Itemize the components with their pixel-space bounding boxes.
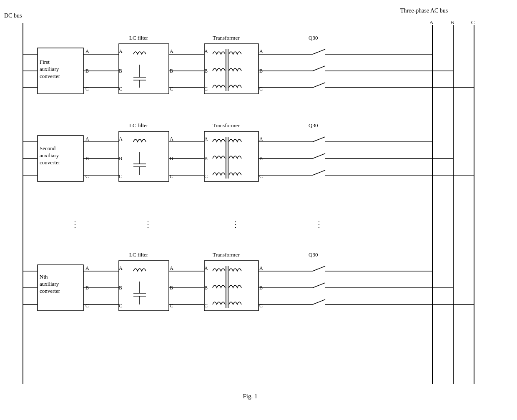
cN-out-a: A (85, 265, 89, 271)
trN-in-c: C (204, 303, 208, 309)
lc-filterN-label: LC filter (129, 251, 148, 258)
ac-phase-c-top: C (471, 19, 475, 25)
lcN-in-b: B (119, 285, 122, 291)
svg-line-53 (313, 137, 325, 142)
lc1-out-a-label: A (170, 48, 173, 54)
lc-filter2-label: LC filter (129, 122, 148, 128)
tr2-in-c: C (204, 174, 208, 179)
svg-line-86 (313, 283, 325, 288)
converterN-label-line3: converter (40, 288, 60, 294)
lcN-out-c: C (170, 303, 173, 309)
lc2-in-b: B (119, 156, 122, 161)
svg-line-59 (313, 170, 325, 175)
cN-out-c: C (85, 303, 89, 309)
svg-line-83 (313, 266, 325, 271)
figure-label: Fig. 1 (243, 393, 257, 400)
lc2-out-a: A (170, 136, 173, 142)
tr1-in-a-label: A (204, 48, 208, 54)
svg-line-26 (313, 66, 325, 71)
tr1-in-c-label: C (204, 86, 208, 92)
dc-bus-label: DC bus (4, 13, 22, 19)
svg-line-29 (313, 83, 325, 88)
q30-N-label: Q30 (309, 251, 318, 258)
svg-line-89 (313, 299, 325, 304)
tr1-out-a-label: A (259, 48, 263, 54)
ac-phase-b-top: B (450, 19, 454, 25)
transformer2-label: Transformer (213, 122, 240, 128)
converter1-label-line2: auxiliary (40, 66, 59, 72)
c1-out-a-label: A (85, 48, 89, 54)
tr2-out-a: A (259, 136, 263, 142)
ellipsis-transformer: ⋮ (231, 220, 240, 229)
transformerN-label: Transformer (213, 251, 240, 258)
transformer1-label: Transformer (213, 35, 240, 41)
trN-out-c: C (259, 303, 263, 309)
trN-out-a: A (259, 265, 263, 271)
svg-line-56 (313, 153, 325, 158)
lc-filter1-box (119, 44, 169, 94)
q30-2-label: Q30 (309, 122, 318, 128)
converter2-label-line2: auxiliary (40, 152, 59, 158)
trN-in-a: A (204, 265, 208, 271)
converter1-label-line3: converter (40, 73, 60, 79)
converter2-label-line1: Second (40, 145, 56, 151)
lc1-in-c-label: C (119, 86, 122, 92)
lc1-in-a-label: A (119, 48, 123, 54)
c2-out-c-label: C (85, 174, 89, 179)
lc2-in-c: C (119, 174, 122, 179)
c2-out-a-label: A (85, 136, 89, 142)
lcN-in-c: C (119, 303, 122, 309)
converter2-label-line3: converter (40, 159, 60, 166)
tr2-in-b: B (204, 156, 208, 161)
converter2-box (38, 136, 83, 181)
lc2-out-c: C (170, 174, 173, 179)
tr2-out-c: C (259, 174, 263, 179)
ac-phase-a-top: A (429, 19, 434, 25)
tr1-in-b-label: B (204, 68, 208, 74)
svg-line-23 (313, 49, 325, 54)
trN-in-b: B (204, 285, 208, 291)
lc-filter2-box (119, 131, 169, 181)
lcN-in-a: A (119, 265, 123, 271)
c1-out-c-label: C (85, 86, 89, 92)
tr1-out-c-label: C (259, 86, 263, 92)
converterN-label-line1: Nth (40, 274, 48, 280)
tr2-in-a: A (204, 136, 208, 142)
ellipsis-converter: ⋮ (71, 220, 79, 229)
lc2-in-a: A (119, 136, 123, 142)
diagram: DC bus Three-phase AC bus A B C First au… (0, 0, 517, 420)
lc-filter1-label: LC filter (129, 35, 148, 41)
converterN-label-line2: auxiliary (40, 281, 59, 287)
ellipsis-q30: ⋮ (315, 220, 323, 229)
lc1-out-c-label: C (170, 86, 173, 92)
lc1-in-b-label: B (119, 68, 122, 74)
ellipsis-lc: ⋮ (144, 220, 152, 229)
lcN-out-a: A (170, 265, 173, 271)
converter1-label-line1: First (40, 59, 50, 65)
ac-bus-label: Three-phase AC bus (400, 8, 448, 14)
q30-1-label: Q30 (309, 35, 318, 41)
lc-filterN-box (119, 261, 169, 311)
